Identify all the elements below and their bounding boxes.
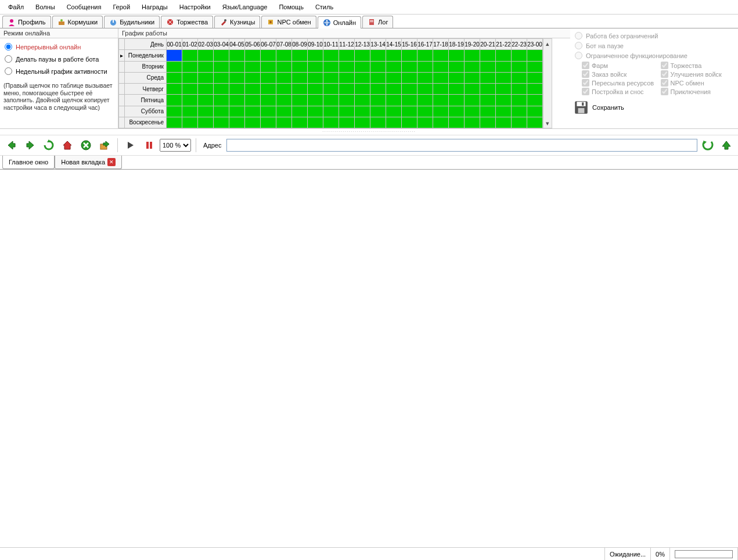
schedule-cell[interactable] bbox=[308, 61, 323, 72]
schedule-cell[interactable] bbox=[214, 106, 229, 117]
feature-checkbox[interactable]: Заказ войск bbox=[582, 70, 656, 78]
menu-сообщения[interactable]: Сообщения bbox=[61, 1, 107, 13]
radio-input[interactable] bbox=[5, 43, 12, 51]
schedule-cell[interactable] bbox=[512, 50, 527, 61]
schedule-cell[interactable] bbox=[339, 84, 355, 95]
schedule-cell[interactable] bbox=[292, 84, 308, 95]
schedule-cell[interactable] bbox=[370, 95, 386, 106]
schedule-cell[interactable] bbox=[229, 50, 245, 61]
schedule-cell[interactable] bbox=[512, 72, 527, 83]
schedule-cell[interactable] bbox=[245, 117, 261, 128]
schedule-cell[interactable] bbox=[512, 95, 527, 106]
work-mode-option[interactable]: Работа без ограничений bbox=[574, 31, 735, 41]
schedule-cell[interactable] bbox=[402, 117, 417, 128]
schedule-cell[interactable] bbox=[245, 72, 261, 83]
schedule-cell[interactable] bbox=[261, 72, 276, 83]
checkbox-input[interactable] bbox=[582, 79, 589, 87]
tab-online[interactable]: Онлайн bbox=[318, 16, 361, 28]
checkbox-input[interactable] bbox=[582, 70, 589, 78]
menu-помощь[interactable]: Помощь bbox=[273, 1, 309, 13]
schedule-cell[interactable] bbox=[370, 72, 386, 83]
schedule-cell[interactable] bbox=[370, 50, 386, 61]
browser-tab[interactable]: Главное окно bbox=[2, 156, 55, 169]
feature-checkbox[interactable]: Постройка и снос bbox=[582, 88, 656, 95]
schedule-cell[interactable] bbox=[323, 95, 339, 106]
schedule-cell[interactable] bbox=[198, 106, 214, 117]
tab-alarms[interactable]: Будильники bbox=[104, 16, 160, 28]
checkbox-input[interactable] bbox=[582, 88, 589, 95]
schedule-cell[interactable] bbox=[465, 61, 480, 72]
schedule-cell[interactable] bbox=[292, 106, 308, 117]
menu-герой[interactable]: Герой bbox=[107, 1, 136, 13]
schedule-cell[interactable] bbox=[527, 84, 543, 95]
radio-input[interactable] bbox=[575, 42, 582, 49]
play-button[interactable] bbox=[123, 137, 139, 153]
schedule-cell[interactable] bbox=[480, 95, 496, 106]
checkbox-input[interactable] bbox=[661, 79, 668, 87]
schedule-cell[interactable] bbox=[245, 106, 261, 117]
schedule-cell[interactable] bbox=[402, 72, 417, 83]
menu-награды[interactable]: Награды bbox=[136, 1, 174, 13]
schedule-cell[interactable] bbox=[480, 61, 496, 72]
schedule-cell[interactable] bbox=[308, 106, 323, 117]
menu-волны[interactable]: Волны bbox=[30, 1, 61, 13]
schedule-cell[interactable] bbox=[417, 61, 433, 72]
browser-tab[interactable]: Новая вкладка✕ bbox=[55, 156, 122, 169]
schedule-cell[interactable] bbox=[496, 50, 512, 61]
schedule-cell[interactable] bbox=[323, 61, 339, 72]
schedule-cell[interactable] bbox=[370, 117, 386, 128]
back-button[interactable] bbox=[3, 137, 20, 153]
tab-log[interactable]: Лог bbox=[362, 16, 393, 28]
schedule-cell[interactable] bbox=[261, 84, 276, 95]
schedule-cell[interactable] bbox=[527, 117, 543, 128]
schedule-cell[interactable] bbox=[276, 72, 292, 83]
schedule-cell[interactable] bbox=[245, 84, 261, 95]
radio-input[interactable] bbox=[575, 52, 582, 59]
tab-profile[interactable]: Профиль bbox=[2, 16, 51, 28]
schedule-cell[interactable] bbox=[308, 95, 323, 106]
schedule-cell[interactable] bbox=[512, 106, 527, 117]
schedule-cell[interactable] bbox=[465, 117, 480, 128]
stop-button[interactable] bbox=[78, 137, 94, 153]
forward-button[interactable] bbox=[22, 137, 38, 153]
schedule-cell[interactable] bbox=[323, 106, 339, 117]
splitter-grip[interactable]: ········································… bbox=[0, 129, 738, 135]
schedule-cell[interactable] bbox=[496, 106, 512, 117]
schedule-cell[interactable] bbox=[198, 50, 214, 61]
feature-checkbox[interactable]: NPC обмен bbox=[661, 79, 735, 87]
schedule-cell[interactable] bbox=[449, 117, 465, 128]
schedule-cell[interactable] bbox=[339, 72, 355, 83]
tab-feeders[interactable]: Кормушки bbox=[52, 16, 103, 28]
schedule-cell[interactable] bbox=[465, 84, 480, 95]
schedule-cell[interactable] bbox=[245, 95, 261, 106]
menu-язык/language[interactable]: Язык/Language bbox=[217, 1, 273, 13]
schedule-grid[interactable]: День00-0101-0202-0303-0404-0505-0606-070… bbox=[118, 38, 543, 128]
schedule-cell[interactable] bbox=[339, 50, 355, 61]
schedule-cell[interactable] bbox=[386, 61, 402, 72]
schedule-cell[interactable] bbox=[308, 117, 323, 128]
schedule-cell[interactable] bbox=[417, 84, 433, 95]
schedule-cell[interactable] bbox=[496, 95, 512, 106]
schedule-cell[interactable] bbox=[229, 95, 245, 106]
menu-настройки[interactable]: Настройки bbox=[174, 1, 217, 13]
menu-стиль[interactable]: Стиль bbox=[309, 1, 339, 13]
schedule-cell[interactable] bbox=[449, 95, 465, 106]
schedule-cell[interactable] bbox=[417, 117, 433, 128]
schedule-cell[interactable] bbox=[402, 84, 417, 95]
online-mode-option[interactable]: Делать паузы в работе бота bbox=[3, 53, 114, 65]
zoom-select[interactable]: 100 % bbox=[160, 139, 191, 152]
schedule-cell[interactable] bbox=[527, 95, 543, 106]
work-mode-option[interactable]: Бот на паузе bbox=[574, 41, 735, 51]
schedule-cell[interactable] bbox=[355, 72, 370, 83]
schedule-cell[interactable] bbox=[496, 117, 512, 128]
schedule-cell[interactable] bbox=[229, 117, 245, 128]
schedule-cell[interactable] bbox=[198, 95, 214, 106]
schedule-cell[interactable] bbox=[167, 50, 182, 61]
schedule-cell[interactable] bbox=[229, 61, 245, 72]
schedule-cell[interactable] bbox=[527, 50, 543, 61]
vertical-scrollbar[interactable]: ▴ ▾ bbox=[543, 38, 552, 128]
schedule-cell[interactable] bbox=[386, 95, 402, 106]
schedule-cell[interactable] bbox=[339, 106, 355, 117]
feature-checkbox[interactable]: Фарм bbox=[582, 62, 656, 69]
schedule-cell[interactable] bbox=[449, 50, 465, 61]
